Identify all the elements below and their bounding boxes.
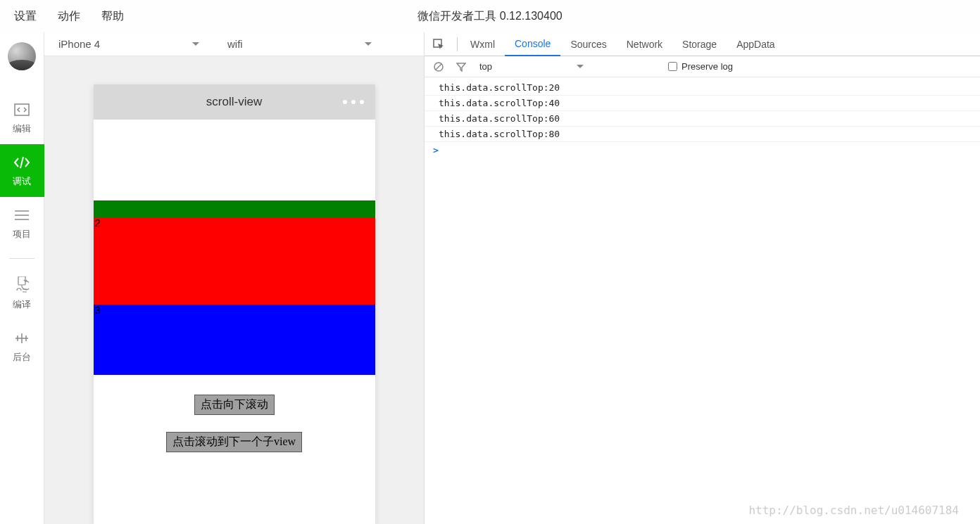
sidebar-project-label: 项目 (13, 228, 31, 241)
device-label: iPhone 4 (58, 38, 100, 50)
svg-line-11 (436, 64, 441, 70)
sidebar-project[interactable]: 项目 (0, 197, 44, 250)
avatar[interactable] (8, 42, 36, 70)
top-menu: 设置 动作 帮助 微信开发者工具 0.12.130400 (0, 0, 980, 32)
app-title: 微信开发者工具 0.12.130400 (349, 9, 631, 24)
simulator-canvas: scroll-view 2 3 点击向下滚动 点击滚动到下一个子view (44, 56, 424, 524)
menu-settings[interactable]: 设置 (14, 9, 37, 24)
menu-actions[interactable]: 动作 (58, 9, 80, 24)
watermark: http://blog.csdn.net/u014607184 (748, 504, 959, 517)
background-icon (13, 330, 30, 347)
scroll-block-3[interactable]: 3 (94, 305, 375, 375)
console-toolbar: top Preserve log (425, 56, 980, 77)
more-dots-icon[interactable] (343, 100, 364, 104)
sidebar-edit-label: 编辑 (13, 122, 31, 135)
sidebar-background[interactable]: 后台 (0, 320, 44, 373)
phone-buttons: 点击向下滚动 点击滚动到下一个子view (94, 375, 375, 524)
code-box-icon (13, 101, 30, 118)
sidebar-compile-label: 编译 (13, 298, 31, 311)
phone-frame: scroll-view 2 3 点击向下滚动 点击滚动到下一个子view (94, 84, 375, 524)
scroll-next-button[interactable]: 点击滚动到下一个子view (166, 432, 302, 452)
simulator-panel: iPhone 4 wifi scroll-view 2 (44, 32, 425, 524)
device-select[interactable]: iPhone 4 (44, 32, 213, 56)
tab-console[interactable]: Console (505, 33, 560, 56)
caret-down-icon (365, 42, 372, 46)
caret-down-icon (192, 42, 199, 46)
console-context-select[interactable]: top (479, 61, 584, 72)
console-prompt[interactable]: > (425, 142, 980, 158)
console-line: this.data.scrollTop:40 (425, 96, 980, 111)
console-context-label: top (479, 61, 492, 72)
clear-console-icon[interactable] (432, 60, 446, 74)
network-label: wifi (227, 38, 243, 50)
devtools-panel: Wxml Console Sources Network Storage App… (425, 32, 980, 524)
console-line: this.data.scrollTop:60 (425, 111, 980, 127)
scroll-block-1[interactable] (94, 200, 375, 217)
menu-lines-icon (13, 207, 30, 224)
phone-body: 2 3 点击向下滚动 点击滚动到下一个子view (94, 120, 375, 524)
phone-title: scroll-view (206, 95, 262, 109)
console-line: this.data.scrollTop:80 (425, 127, 980, 142)
sidebar-background-label: 后台 (13, 351, 31, 364)
compile-icon (13, 277, 30, 294)
console-body[interactable]: this.data.scrollTop:20 this.data.scrollT… (425, 77, 980, 524)
preserve-log-input[interactable] (668, 62, 677, 71)
phone-spacer (94, 120, 375, 200)
preserve-log-label: Preserve log (681, 61, 733, 72)
scroll-down-button[interactable]: 点击向下滚动 (194, 395, 275, 415)
tab-storage[interactable]: Storage (672, 32, 727, 56)
menu-help[interactable]: 帮助 (101, 9, 124, 24)
preserve-log-checkbox[interactable]: Preserve log (668, 61, 733, 72)
code-icon (13, 154, 30, 171)
devtools-tabs: Wxml Console Sources Network Storage App… (425, 32, 980, 56)
device-bar: iPhone 4 wifi (44, 32, 424, 56)
console-line: this.data.scrollTop:20 (425, 80, 980, 96)
caret-down-icon (577, 65, 584, 68)
tab-divider (457, 37, 458, 51)
tab-appdata[interactable]: AppData (727, 32, 784, 56)
inspector-icon[interactable] (430, 36, 447, 53)
sidebar-debug[interactable]: 调试 (0, 144, 44, 197)
main-content: 编辑 调试 项目 (0, 32, 980, 524)
phone-header: scroll-view (94, 84, 375, 120)
sidebar-divider (9, 258, 34, 259)
sidebar-compile[interactable]: 编译 (0, 267, 44, 320)
scroll-block-2[interactable]: 2 (94, 217, 375, 305)
network-select[interactable]: wifi (213, 32, 386, 56)
tab-network[interactable]: Network (617, 32, 672, 56)
sidebar-debug-label: 调试 (13, 175, 31, 188)
left-sidebar: 编辑 调试 项目 (0, 32, 44, 524)
tab-wxml[interactable]: Wxml (460, 32, 505, 56)
tab-sources[interactable]: Sources (560, 32, 616, 56)
sidebar-edit[interactable]: 编辑 (0, 91, 44, 144)
filter-icon[interactable] (454, 60, 468, 74)
